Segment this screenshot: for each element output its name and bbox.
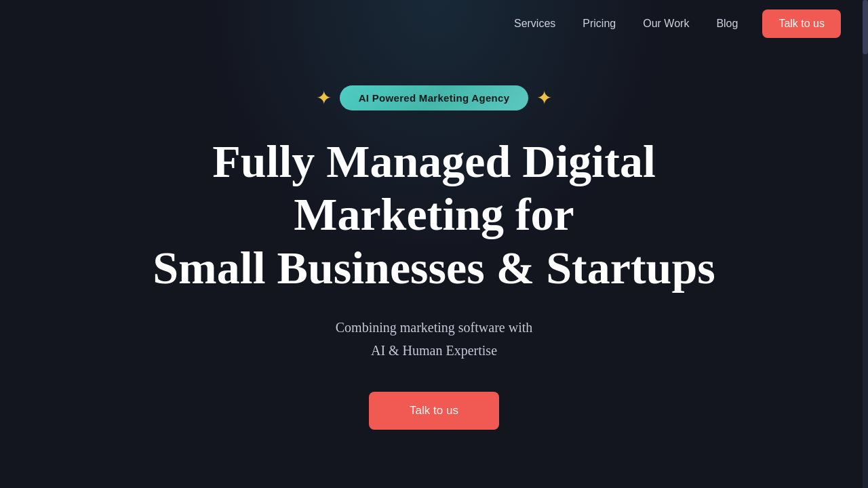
sparkle-left-icon: ✦ [316,87,332,109]
scrollbar-thumb[interactable] [863,0,868,54]
hero-title: Fully Managed Digital Marketing for Smal… [129,135,739,294]
sparkle-right-icon: ✦ [536,87,552,109]
badge-row: ✦ AI Powered Marketing Agency ✦ [316,85,553,110]
hero-subtitle: Combining marketing software with AI & H… [336,316,533,362]
hero-section: ✦ AI Powered Marketing Agency ✦ Fully Ma… [0,0,868,488]
hero-cta-button[interactable]: Talk to us [369,392,499,430]
hero-subtitle-line2: AI & Human Expertise [371,343,497,358]
hero-badge: AI Powered Marketing Agency [340,85,529,110]
hero-subtitle-line1: Combining marketing software with [336,320,533,335]
hero-title-line1: Fully Managed Digital Marketing for [212,136,656,240]
hero-title-line2: Small Businesses & Startups [153,242,715,293]
scrollbar[interactable] [863,0,868,488]
